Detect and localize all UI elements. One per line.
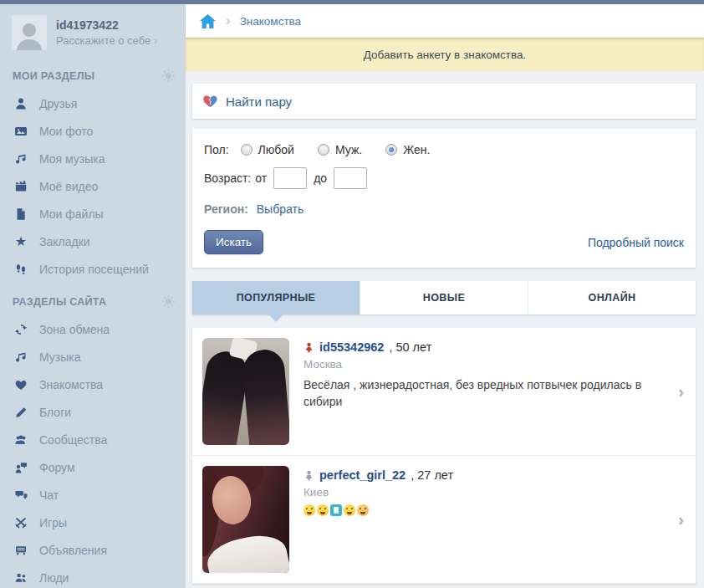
sidebar-item-label: Форум	[39, 461, 75, 474]
gender-radio-male-label[interactable]: Муж.	[335, 143, 362, 156]
sidebar-item-bookmarks[interactable]: ★ Закладки	[0, 228, 186, 255]
sidebar-item-forum[interactable]: Форум	[0, 453, 186, 481]
add-profile-banner[interactable]: Добавить анкету в знакомства.	[186, 38, 704, 71]
sidebar-item-label: Знакомства	[39, 378, 103, 391]
sidebar-item-label: Моё видео	[39, 180, 98, 193]
blogs-icon	[13, 405, 28, 420]
chevron-right-icon[interactable]: ›	[678, 509, 684, 529]
profile-info: id55342962 , 50 лет Москва Весёлая , жиз…	[304, 338, 681, 445]
sidebar-item-people[interactable]: Люди	[0, 564, 186, 588]
avatar-placeholder-icon	[15, 20, 43, 50]
ads-icon	[13, 543, 28, 558]
sidebar-item-my-files[interactable]: Мои файлы	[0, 200, 186, 228]
sidebar-item-friends[interactable]: Друзья	[0, 89, 186, 117]
gender-radio-female-label[interactable]: Жен.	[403, 143, 430, 156]
my-files-icon	[13, 207, 28, 222]
visit-history-icon	[13, 262, 28, 277]
sidebar-item-label: Зона обмена	[39, 323, 110, 336]
age-from-label: от	[255, 171, 267, 185]
profile-city: Москва	[304, 358, 681, 371]
sidebar-item-blogs[interactable]: Блоги	[0, 398, 186, 426]
profile-age: , 50 лет	[389, 340, 431, 354]
exchange-zone-icon	[13, 322, 28, 337]
breadcrumb-current[interactable]: Знакомства	[240, 15, 301, 28]
age-from-input[interactable]	[273, 167, 307, 189]
chevron-right-icon: ›	[154, 34, 157, 47]
tell-about-yourself-label: Расскажите о себе	[56, 34, 150, 47]
profile-photo[interactable]	[202, 466, 289, 573]
avatar[interactable]	[12, 15, 47, 50]
blush-emoji	[357, 504, 369, 516]
grin-emoji	[317, 504, 329, 516]
sidebar-item-label: История посещений	[39, 263, 149, 276]
top-accent-strip	[0, 0, 704, 4]
profile-photo[interactable]	[202, 338, 289, 445]
sidebar-item-music[interactable]: Музыка	[0, 343, 186, 371]
breadcrumb: › Знакомства	[186, 4, 704, 38]
friends-icon	[13, 96, 28, 111]
sidebar-item-label: Моя музыка	[39, 152, 105, 166]
site-sections-title: РАЗДЕЛЫ САЙТА	[13, 296, 106, 308]
sidebar-item-dating[interactable]: Знакомства	[0, 371, 186, 398]
age-row: Возраст: от до	[204, 167, 684, 189]
profile-row[interactable]: id55342962 , 50 лет Москва Весёлая , жиз…	[192, 328, 696, 456]
tab-new[interactable]: НОВЫЕ	[360, 281, 528, 314]
broken-heart-icon	[202, 94, 218, 109]
sidebar-item-ads[interactable]: Объявления	[0, 536, 186, 564]
sidebar-item-my-video[interactable]: Моё видео	[0, 172, 186, 200]
profile-city: Киев	[304, 486, 453, 499]
bookmarks-icon: ★	[13, 234, 28, 249]
sidebar-item-exchange-zone[interactable]: Зона обмена	[0, 315, 186, 343]
sidebar-section-site: РАЗДЕЛЫ САЙТА	[0, 283, 186, 315]
profiles-list: id55342962 , 50 лет Москва Весёлая , жиз…	[192, 328, 696, 584]
advanced-search-link[interactable]: Подробный поиск	[588, 236, 684, 249]
sidebar-item-label: Люди	[39, 571, 69, 585]
communities-icon	[13, 432, 28, 447]
sidebar-item-my-music[interactable]: Моя музыка	[0, 145, 186, 172]
sidebar-item-visit-history[interactable]: История посещений	[0, 255, 186, 283]
forum-icon	[13, 460, 28, 475]
tell-about-yourself-link[interactable]: Расскажите о себе ›	[56, 34, 157, 47]
age-to-input[interactable]	[334, 167, 367, 189]
region-select-link[interactable]: Выбрать	[257, 202, 304, 216]
search-button[interactable]: Искать	[204, 230, 263, 254]
user-id[interactable]: id41973422	[56, 18, 157, 33]
gender-radio-female[interactable]	[385, 144, 397, 156]
gear-icon[interactable]	[161, 294, 176, 309]
profile-id-link[interactable]: id55342962	[319, 340, 384, 354]
sidebar-item-chat[interactable]: Чат	[0, 481, 186, 509]
sidebar-item-label: Друзья	[39, 97, 77, 110]
laughing-tears-emoji	[304, 504, 315, 516]
my-video-icon	[13, 179, 28, 194]
grin-emoji	[344, 504, 355, 516]
sidebar-item-label: Объявления	[39, 544, 107, 557]
sidebar-item-communities[interactable]: Сообщества	[0, 426, 186, 453]
my-photos-icon	[13, 124, 28, 139]
tab-online[interactable]: ОНЛАЙН	[528, 281, 696, 314]
my-sections-title: МОИ РАЗДЕЛЫ	[13, 70, 94, 82]
gender-radio-male[interactable]	[318, 144, 329, 156]
sidebar-item-my-photos[interactable]: Мои фото	[0, 117, 186, 145]
region-row: Регион: Выбрать	[204, 202, 684, 216]
profile-description: Весёлая , жизнерадостная, без вредных по…	[304, 376, 681, 411]
profile-id-link[interactable]: perfect_girl_22	[319, 468, 406, 482]
profile-age: , 27 лет	[411, 468, 453, 482]
profile-row[interactable]: perfect_girl_22 , 27 лет Киев ›	[192, 456, 696, 584]
people-icon	[13, 570, 28, 585]
gender-radio-any[interactable]	[241, 144, 253, 156]
sidebar-item-games[interactable]: Игры	[0, 509, 186, 536]
age-to-label: до	[314, 171, 327, 185]
gender-radio-any-label[interactable]: Любой	[258, 143, 294, 156]
chevron-right-icon[interactable]: ›	[678, 381, 684, 401]
main-content: Найти пару Пол: Любой Муж. Жен. Возраст:…	[192, 71, 696, 584]
results-tabs: ПОПУЛЯРНЫЕ НОВЫЕ ОНЛАЙН	[192, 281, 696, 314]
sidebar-user-profile[interactable]: id41973422 Расскажите о себе ›	[0, 4, 186, 57]
age-label: Возраст:	[204, 171, 251, 185]
home-icon[interactable]	[200, 13, 217, 28]
tab-popular[interactable]: ПОПУЛЯРНЫЕ	[192, 281, 360, 314]
games-icon	[13, 515, 28, 530]
gear-icon[interactable]	[161, 69, 176, 83]
sidebar-section-my: МОИ РАЗДЕЛЫ	[0, 57, 186, 89]
gender-row: Пол: Любой Муж. Жен.	[204, 143, 684, 156]
profile-description-emojis	[304, 504, 453, 516]
